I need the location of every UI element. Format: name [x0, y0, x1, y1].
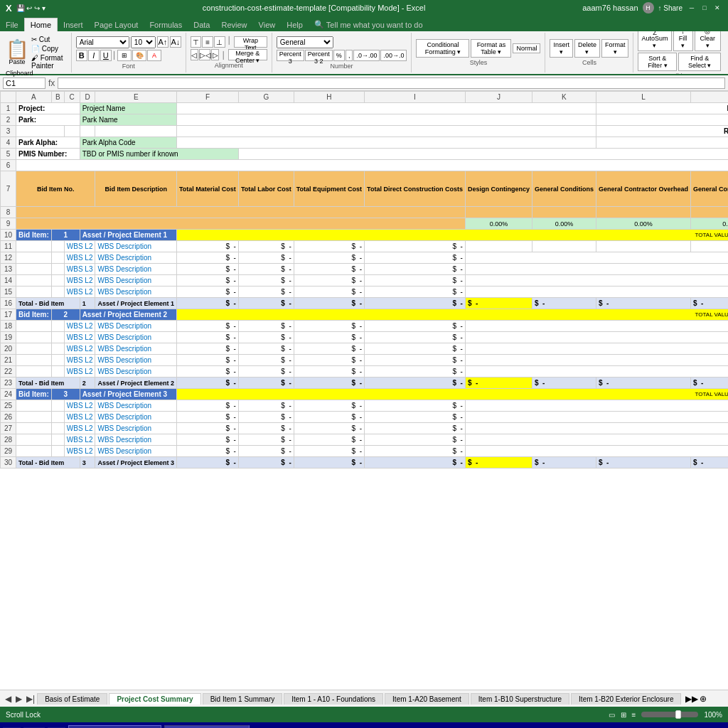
cut-button[interactable]: ✂ Cut	[31, 36, 68, 43]
add-sheet-button[interactable]: ⊕	[700, 694, 707, 704]
taskbar-shopee[interactable]: 🛒 Shopee Seller Centr...	[68, 725, 161, 728]
r12-eq[interactable]: $ -	[294, 252, 364, 264]
row-9-gcp-pct[interactable]: 0.00%	[690, 218, 728, 230]
col-G[interactable]: G	[238, 92, 294, 103]
merge-center-button[interactable]: Merge & Center ▾	[228, 49, 267, 60]
sheet-scroll-right[interactable]: ▶▶	[685, 694, 698, 704]
normal-style[interactable]: Normal	[513, 43, 540, 53]
col-A[interactable]: A	[16, 92, 52, 103]
tab-basis-of-estimate[interactable]: Basis of Estimate	[37, 693, 107, 705]
row-9-gco-pct[interactable]: 0.00%	[596, 218, 690, 230]
tab-review[interactable]: Review	[215, 18, 252, 31]
tab-file[interactable]: File	[0, 18, 24, 31]
r11-dir[interactable]: $ -	[365, 241, 466, 252]
r26-dir[interactable]: $ -	[365, 412, 466, 423]
align-center-button[interactable]: ▷◁	[199, 49, 210, 60]
r15-eq[interactable]: $ -	[294, 287, 364, 298]
r18-mat[interactable]: $ -	[177, 321, 239, 332]
r27-dir[interactable]: $ -	[365, 423, 466, 434]
quick-access[interactable]: 💾 ↩ ↪ ▾	[16, 4, 46, 12]
r29-dir[interactable]: $ -	[365, 446, 466, 457]
r27-eq[interactable]: $ -	[294, 423, 364, 434]
col-E[interactable]: E	[95, 92, 177, 103]
r21-lab[interactable]: $ -	[238, 355, 294, 366]
r22-lab[interactable]: $ -	[238, 366, 294, 378]
percent3-button[interactable]: Percent 3	[277, 50, 304, 61]
window-controls[interactable]: ─ □ ✕	[687, 3, 722, 13]
col-C[interactable]: C	[64, 92, 80, 103]
copy-button[interactable]: 📄 Copy	[31, 45, 68, 53]
r11-eq[interactable]: $ -	[294, 241, 364, 252]
r22-dir[interactable]: $ -	[365, 366, 466, 378]
r20-mat[interactable]: $ -	[177, 343, 239, 355]
r22-mat[interactable]: $ -	[177, 366, 239, 378]
comma-button[interactable]: ,	[346, 50, 353, 61]
formula-input[interactable]: ='Basis of Estimate'!$D$4	[58, 77, 725, 89]
align-top-button[interactable]: ⊤	[191, 36, 202, 48]
col-J[interactable]: J	[465, 92, 532, 103]
tab-prev-arrow[interactable]: ◀	[3, 694, 14, 704]
page-layout-icon[interactable]: ⊞	[621, 711, 626, 719]
font-color-button[interactable]: A	[147, 50, 161, 61]
r14-dir[interactable]: $ -	[365, 275, 466, 287]
fill-button[interactable]: ↓ Fill ▾	[673, 31, 693, 51]
share-icon[interactable]: ↑ Share	[658, 4, 682, 12]
r21-eq[interactable]: $ -	[294, 355, 364, 366]
page-break-icon[interactable]: ≡	[632, 711, 636, 719]
align-left-button[interactable]: ◁	[191, 49, 198, 60]
cell-4-parkalpha-value[interactable]: Park Alpha Code	[80, 137, 176, 149]
bold-button[interactable]: B	[76, 50, 87, 61]
cell-2-park-name[interactable]: Park Name	[80, 114, 176, 126]
col-K[interactable]: K	[532, 92, 596, 103]
r22-eq[interactable]: $ -	[294, 366, 364, 378]
col-L[interactable]: L	[596, 92, 690, 103]
format-as-table-button[interactable]: Format as Table ▾	[471, 39, 511, 58]
cell-1-project-name[interactable]: Project Name	[80, 103, 176, 114]
r13-eq[interactable]: $ -	[294, 264, 364, 275]
r13-dir[interactable]: $ -	[365, 264, 466, 275]
tab-formulas[interactable]: Formulas	[144, 18, 188, 31]
tab-home[interactable]: Home	[24, 18, 58, 31]
percent32-button[interactable]: Percent 3 2	[305, 50, 333, 61]
r27-lab[interactable]: $ -	[238, 423, 294, 434]
r29-mat[interactable]: $ -	[177, 446, 239, 457]
tab-item1-b20[interactable]: Item 1-B20 Exterior Enclosure	[571, 693, 681, 705]
r15-mat[interactable]: $ -	[177, 287, 239, 298]
tab-item1-a10[interactable]: Item 1 - A10 - Foundations	[284, 693, 383, 705]
italic-button[interactable]: I	[88, 50, 100, 61]
fill-color-button[interactable]: 🎨	[132, 50, 146, 61]
r19-lab[interactable]: $ -	[238, 332, 294, 343]
r11-mat[interactable]: $ -	[177, 241, 239, 252]
close-button[interactable]: ✕	[712, 3, 722, 13]
col-D[interactable]: D	[80, 92, 95, 103]
decrease-font-button[interactable]: A↓	[170, 36, 181, 48]
percent-button[interactable]: %	[333, 50, 345, 61]
tab-project-cost-summary[interactable]: Project Cost Summary	[109, 693, 200, 705]
r19-mat[interactable]: $ -	[177, 332, 239, 343]
align-bottom-button[interactable]: ⊥	[214, 36, 225, 48]
tab-view[interactable]: View	[253, 18, 282, 31]
increase-decimal-button[interactable]: .0→.00	[353, 50, 380, 61]
font-size-select[interactable]: 10	[131, 36, 156, 48]
r25-eq[interactable]: $ -	[294, 400, 364, 412]
r19-eq[interactable]: $ -	[294, 332, 364, 343]
find-select-button[interactable]: Find & Select ▾	[678, 53, 721, 71]
r25-mat[interactable]: $ -	[177, 400, 239, 412]
r28-lab[interactable]: $ -	[238, 434, 294, 446]
r14-lab[interactable]: $ -	[238, 275, 294, 287]
r13-lab[interactable]: $ -	[238, 264, 294, 275]
font-family-select[interactable]: Arial	[76, 36, 129, 48]
align-middle-button[interactable]: ≡	[202, 36, 213, 48]
col-I[interactable]: I	[365, 92, 466, 103]
r15-lab[interactable]: $ -	[238, 287, 294, 298]
r21-dir[interactable]: $ -	[365, 355, 466, 366]
zoom-slider[interactable]	[641, 712, 698, 717]
r26-eq[interactable]: $ -	[294, 412, 364, 423]
tab-item1-a20[interactable]: Item 1-A20 Basement	[385, 693, 469, 705]
r28-mat[interactable]: $ -	[177, 434, 239, 446]
r12-mat[interactable]: $ -	[177, 252, 239, 264]
delete-cell-button[interactable]: Delete ▾	[574, 39, 600, 58]
r15-dir[interactable]: $ -	[365, 287, 466, 298]
name-box[interactable]	[3, 77, 46, 89]
col-F[interactable]: F	[177, 92, 239, 103]
